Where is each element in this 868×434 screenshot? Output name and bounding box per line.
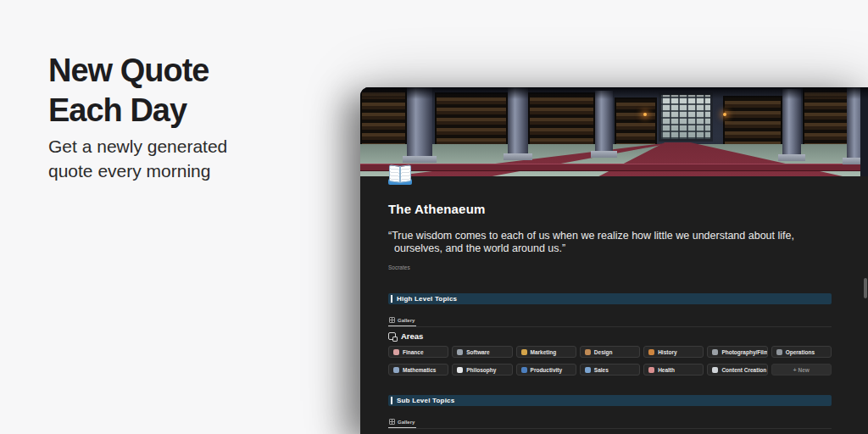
tab-gallery-label: Gallery [398, 420, 415, 425]
promo-subtitle-line1: Get a newly generated [48, 134, 227, 159]
topic-card-design[interactable]: Design [580, 346, 640, 358]
cover-edge-pillar [860, 87, 868, 176]
quote-line1: “True wisdom comes to each of us when we… [388, 230, 832, 242]
megaphone-icon [521, 349, 527, 355]
topic-label: Content Creation [721, 367, 766, 373]
film-frames-icon [712, 349, 718, 355]
topic-label: Sales [594, 367, 609, 373]
orange-book-icon [648, 349, 654, 355]
page-title: The Athenaeum [388, 202, 832, 216]
topic-label: Operations [786, 349, 815, 355]
topic-label: Design [594, 349, 613, 355]
topic-label: Finance [403, 349, 424, 355]
topic-card-sales[interactable]: Sales [580, 364, 640, 376]
topic-label: Software [466, 349, 489, 355]
promo-heading-line1: New Quote [48, 51, 209, 91]
topic-card-finance[interactable]: Finance [388, 346, 448, 358]
cover-bookshelf [528, 92, 595, 151]
topic-label: Philosophy [466, 367, 496, 373]
cover-column [595, 91, 613, 151]
topic-card-software[interactable]: Software [452, 346, 512, 358]
topic-card-operations[interactable]: Operations [771, 346, 832, 358]
quote-line2: ourselves, and the world around us.” [388, 242, 832, 255]
section-header-label: High Level Topics [397, 295, 457, 303]
topic-label: Photography/Film [721, 349, 767, 355]
handshake-icon [585, 367, 591, 373]
topic-card-health[interactable]: Health [643, 364, 704, 376]
topic-card-content-creation[interactable]: Content Creation [707, 364, 767, 376]
topic-card-mathematics[interactable]: Mathematics [388, 364, 448, 376]
blue-book-icon [521, 367, 527, 373]
notion-page-card: The Athenaeum “True wisdom comes to each… [360, 87, 868, 434]
page-content: The Athenaeum “True wisdom comes to each… [388, 202, 832, 434]
cover-far-window [659, 92, 713, 142]
topic-label: Mathematics [403, 367, 436, 373]
promo-heading-line2: Each Day [48, 91, 209, 131]
topic-label: History [658, 349, 676, 355]
cover-bookshelf [435, 92, 508, 151]
topic-card-productivity[interactable]: Productivity [516, 364, 576, 376]
quote-author: Socrates [388, 264, 832, 270]
daily-quote: “True wisdom comes to each of us when we… [388, 230, 832, 255]
laptop-icon [457, 349, 463, 355]
cover-ceiling-shadow [360, 87, 868, 99]
newspaper-icon [712, 367, 718, 373]
gallery-grid-icon [389, 419, 395, 425]
topic-label: Productivity [531, 367, 563, 373]
database-icon [388, 332, 396, 340]
thought-balloon-icon [457, 367, 463, 373]
section-header-sub-level: Sub Level Topics [388, 395, 832, 406]
database-title-areas[interactable]: Areas [388, 331, 832, 341]
topic-label: Marketing [531, 349, 557, 355]
section-header-high-level: High Level Topics [388, 293, 832, 304]
promo-subtitle: Get a newly generated quote every mornin… [48, 134, 227, 183]
promo-heading: New Quote Each Day [48, 51, 209, 131]
topics-grid: FinanceSoftwareMarketingDesignHistoryPho… [388, 346, 832, 376]
view-tab-row: Gallery [388, 311, 832, 327]
open-book-icon[interactable] [388, 165, 412, 185]
topic-label: Health [658, 367, 675, 373]
topic-card-philosophy[interactable]: Philosophy [452, 364, 512, 376]
cover-bookshelf [723, 96, 782, 149]
new-topic-button[interactable]: + New [771, 364, 832, 376]
tab-gallery[interactable]: Gallery [388, 417, 416, 428]
cover-torch [723, 113, 726, 116]
tab-gallery[interactable]: Gallery [388, 315, 416, 326]
heart-icon [648, 367, 654, 373]
palette-icon [585, 349, 591, 355]
promo-panel: New Quote Each Day Get a newly generated… [0, 0, 360, 434]
vertical-scrollbar-thumb[interactable] [864, 278, 867, 298]
chart-increasing-icon [393, 349, 399, 355]
database-title-label: Areas [401, 331, 423, 341]
tab-gallery-label: Gallery [398, 318, 415, 323]
promo-subtitle-line2: quote every morning [48, 159, 227, 183]
view-tab-row: Gallery [388, 413, 832, 429]
gear-icon [776, 349, 782, 355]
cover-bookshelf [615, 97, 657, 147]
topic-card-photography-film[interactable]: Photography/Film [707, 346, 767, 358]
cover-torch [643, 113, 647, 116]
marketing-screenshot: New Quote Each Day Get a newly generated… [0, 0, 868, 434]
cover-carpet-band [360, 164, 868, 171]
gallery-grid-icon [389, 317, 395, 323]
topic-card-marketing[interactable]: Marketing [516, 346, 576, 358]
cover-image [360, 87, 868, 176]
section-header-label: Sub Level Topics [397, 397, 454, 404]
ruler-icon [393, 367, 399, 373]
topic-card-history[interactable]: History [643, 346, 704, 358]
